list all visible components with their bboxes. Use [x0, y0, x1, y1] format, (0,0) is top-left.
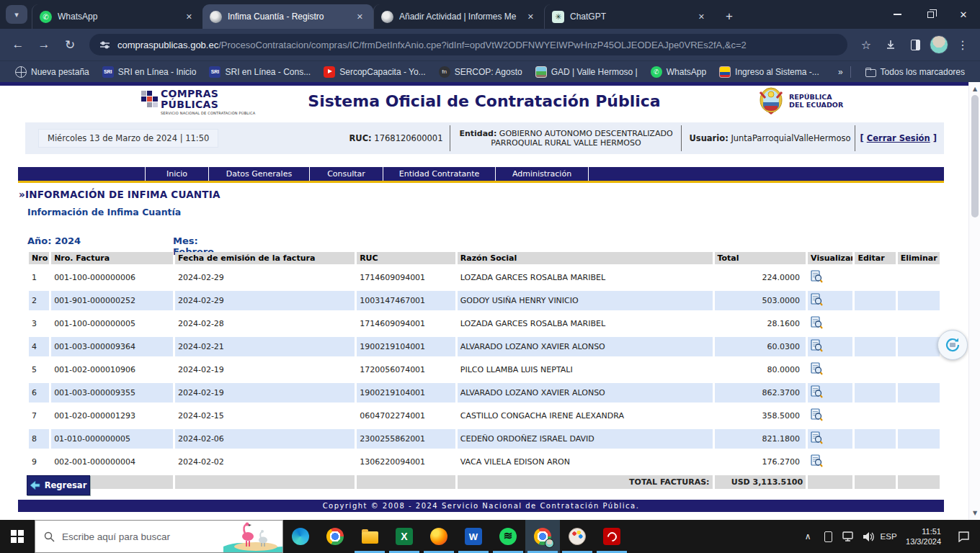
- visualize-icon[interactable]: [811, 270, 823, 283]
- url-bar[interactable]: compraspublicas.gob.ec/ProcesoContrataci…: [89, 34, 847, 55]
- bookmark-nueva-pestana[interactable]: Nueva pestaña: [9, 64, 96, 80]
- page-scrollbar[interactable]: ▲ ▼: [968, 82, 980, 520]
- back-arrow-icon: [30, 481, 40, 490]
- side-panel-icon[interactable]: [905, 35, 925, 55]
- divider: [450, 125, 450, 151]
- cell-razon-social: CASTILLO CONGACHA IRENE ALEXANDRA: [458, 406, 713, 426]
- tablet-tray-icon[interactable]: [819, 520, 837, 553]
- language-indicator[interactable]: ESP: [880, 520, 897, 553]
- bookmark-star-icon[interactable]: ☆: [856, 35, 876, 55]
- all-bookmarks-button[interactable]: Todos los marcadores: [858, 64, 971, 80]
- scrollbar-thumb[interactable]: [971, 95, 979, 217]
- ruc-value: 1768120600001: [374, 133, 442, 143]
- bookmark-label: Ingreso al Sistema -...: [735, 67, 819, 77]
- regresar-button[interactable]: Regresar: [27, 475, 90, 495]
- explorer-taskbar-button[interactable]: [352, 520, 387, 553]
- visualize-icon[interactable]: [811, 385, 823, 398]
- cell-visualizar: [808, 383, 852, 403]
- word-taskbar-button[interactable]: [456, 520, 491, 553]
- excel-taskbar-button[interactable]: [387, 520, 422, 553]
- visualize-icon[interactable]: [811, 339, 823, 352]
- menu-item-inicio[interactable]: Inicio: [145, 167, 208, 181]
- tab-close-icon[interactable]: ✕: [695, 11, 708, 23]
- tab-close-icon[interactable]: ✕: [354, 11, 366, 23]
- clock-time: 11:51: [906, 526, 941, 536]
- cell-factura: 001-003-000009355: [51, 383, 173, 403]
- acrobat-taskbar-button[interactable]: [594, 520, 629, 553]
- visualize-icon[interactable]: [811, 408, 823, 421]
- chrome-taskbar-button[interactable]: [318, 520, 352, 553]
- word-icon: [465, 528, 482, 545]
- ecuador-emblem: REPÚBLICA DEL ECUADOR: [758, 86, 843, 115]
- bookmarks-overflow-button[interactable]: »: [838, 67, 843, 77]
- spotify-taskbar-button[interactable]: [491, 520, 525, 553]
- cell-total: 821.1800: [715, 429, 806, 449]
- volume-icon[interactable]: [860, 520, 877, 553]
- visualize-icon[interactable]: [811, 293, 823, 306]
- paint-taskbar-button[interactable]: [560, 520, 594, 553]
- tab-anadir-actividad[interactable]: Añadir Actividad | Informes Me ✕: [373, 4, 544, 29]
- cell-editar: [855, 452, 895, 472]
- visualize-icon[interactable]: [811, 362, 823, 375]
- visualize-icon[interactable]: [811, 431, 823, 444]
- tab-infima-cuantia[interactable]: Infima Cuantía - Registro ✕: [202, 4, 373, 29]
- menu-kebab-icon[interactable]: ⋮: [953, 35, 973, 55]
- menu-item-consultar[interactable]: Consultar: [309, 167, 383, 181]
- tab-close-icon[interactable]: ✕: [183, 11, 195, 23]
- tab-search-button[interactable]: ▾: [6, 5, 27, 24]
- floating-capture-widget[interactable]: [937, 330, 968, 360]
- cell-nro: 3: [29, 314, 49, 333]
- cell-visualizar: [808, 337, 852, 356]
- cell-eliminar: [898, 429, 940, 449]
- window-minimize-button[interactable]: [881, 0, 914, 29]
- bookmark-sri-inicio[interactable]: SRISRI en Línea - Inicio: [96, 64, 203, 80]
- bookmark-sercopcapacita[interactable]: SercopCapacita - Yo...: [317, 64, 432, 80]
- new-tab-button[interactable]: +: [719, 6, 739, 27]
- cell-fecha: 2024-02-29: [175, 291, 355, 310]
- scroll-up-icon[interactable]: ▲: [969, 84, 980, 94]
- tab-close-icon[interactable]: ✕: [525, 11, 537, 23]
- forward-button[interactable]: →: [33, 34, 55, 55]
- cell-eliminar: [898, 337, 940, 356]
- notification-center-icon[interactable]: [950, 520, 977, 553]
- col-header-eliminar: Eliminar: [898, 252, 940, 264]
- edge-taskbar-button[interactable]: [283, 520, 318, 553]
- excel-icon: [396, 528, 413, 545]
- cell-ruc: 1720056074001: [357, 360, 455, 379]
- profile-avatar[interactable]: [930, 35, 948, 54]
- invoices-table: Nro Nro. Factura Fecha de emisión de la …: [27, 248, 942, 493]
- bookmark-sercop-agosto[interactable]: fnSERCOP: Agosto: [432, 64, 529, 80]
- site-info-icon[interactable]: [99, 40, 110, 50]
- logout-label[interactable]: Cerrar Sesión: [867, 133, 930, 143]
- table-row: 2 001-901-000000252 2024-02-29 100314746…: [29, 291, 940, 310]
- bookmark-gad-valle-hermoso[interactable]: GAD | Valle Hermoso |: [529, 64, 644, 80]
- entity-label: Entidad:: [459, 129, 496, 138]
- network-icon[interactable]: [839, 520, 857, 553]
- start-button[interactable]: [0, 520, 35, 553]
- bookmark-whatsapp[interactable]: ✆WhatsApp: [644, 64, 713, 80]
- window-restore-button[interactable]: [914, 0, 947, 29]
- bookmark-sri-consultas[interactable]: SRISRI en Línea - Cons...: [202, 64, 317, 80]
- chrome-profile-taskbar-button[interactable]: [525, 520, 560, 553]
- taskbar-search-input[interactable]: Escribe aquí para buscar: [35, 520, 283, 553]
- tab-whatsapp[interactable]: ✆ WhatsApp ✕: [32, 4, 202, 29]
- fn-icon: fn: [439, 66, 450, 78]
- reload-button[interactable]: ↻: [59, 34, 81, 55]
- gold-divider: [18, 181, 944, 183]
- firefox-taskbar-button[interactable]: [422, 520, 456, 553]
- visualize-icon[interactable]: [811, 316, 823, 329]
- download-icon[interactable]: [881, 35, 901, 55]
- menu-item-administracion[interactable]: Administración: [495, 167, 589, 181]
- menu-item-datos-generales[interactable]: Datos Generales: [208, 167, 309, 181]
- bookmark-ingreso-sistema[interactable]: Ingreso al Sistema -...: [713, 64, 826, 80]
- window-close-button[interactable]: ✕: [947, 0, 980, 29]
- taskbar-clock[interactable]: 11:51 13/3/2024: [900, 526, 947, 547]
- menu-item-entidad-contratante[interactable]: Entidad Contratante: [383, 167, 495, 181]
- hidden-icons-chevron[interactable]: ∧: [799, 520, 816, 553]
- visualize-icon[interactable]: [811, 454, 823, 467]
- scroll-down-icon[interactable]: ▼: [969, 508, 980, 518]
- sercop-favicon-icon: [210, 11, 222, 23]
- tab-chatgpt[interactable]: ✳ ChatGPT ✕: [544, 4, 715, 29]
- logout-link[interactable]: [ Cerrar Sesión ]: [860, 133, 937, 143]
- back-button[interactable]: ←: [7, 34, 29, 55]
